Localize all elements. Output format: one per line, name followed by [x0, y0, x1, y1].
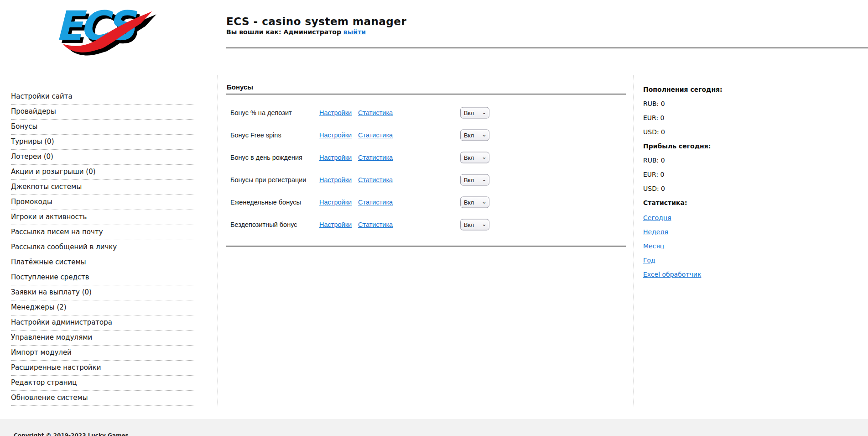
- stats-link-row: Сегодня: [643, 213, 862, 227]
- bonus-row: Бездепозитный бонус Настройки Статистика…: [226, 213, 626, 236]
- sidebar-item[interactable]: Импорт модулей: [11, 346, 195, 361]
- statistics-title: Статистика:: [643, 199, 862, 213]
- bonus-settings-link[interactable]: Настройки: [319, 199, 352, 206]
- stats-link[interactable]: Неделя: [643, 228, 668, 236]
- currency-value: EUR: 0: [643, 171, 862, 185]
- bonus-row: Бонус % на депозит Настройки Статистика …: [226, 101, 626, 124]
- currency-value: RUB: 0: [643, 157, 862, 171]
- sidebar-item[interactable]: Настройки администратора: [11, 315, 195, 331]
- logout-link[interactable]: выйти: [343, 28, 366, 36]
- statistics-links: Сегодня Неделя Месяц Год Excel обработчи…: [643, 213, 862, 284]
- bonus-statistics-link[interactable]: Статистика: [358, 221, 393, 228]
- profit-today-title: Прибыль сегодня:: [643, 142, 862, 157]
- section-divider-top: [226, 94, 626, 95]
- page: ECS ECS ECS - casino system manager Вы в…: [0, 0, 868, 436]
- sidebar-item[interactable]: Турниры (0): [11, 135, 195, 150]
- bonus-label: Бонусы при регистрации: [230, 176, 306, 184]
- sidebar-item[interactable]: Расширенные настройки: [11, 361, 195, 376]
- bonus-toggle-select[interactable]: Вкл: [460, 196, 489, 208]
- currency-value: USD: 0: [643, 185, 862, 199]
- sidebar-item[interactable]: Обновление системы: [11, 391, 195, 406]
- currency-value: RUB: 0: [643, 100, 862, 114]
- sidebar-item[interactable]: Рассылка сообщений в личку: [11, 240, 195, 255]
- right-column-divider: [634, 75, 634, 406]
- currency-value: EUR: 0: [643, 114, 862, 128]
- login-status-text: Вы вошли как: Администратор: [226, 28, 341, 36]
- bonus-toggle-select[interactable]: Вкл: [460, 107, 489, 118]
- section-title: Бонусы: [227, 83, 253, 91]
- footer: Copyright © 2019-2023 Lucky Games: [0, 419, 868, 436]
- deposits-today-values: RUB: 0EUR: 0USD: 0: [643, 100, 862, 142]
- bonus-settings-link[interactable]: Настройки: [319, 176, 352, 184]
- stats-link-row: Год: [643, 256, 862, 270]
- bonus-toggle: Вкл ⌄: [460, 174, 489, 185]
- stats-link-row: Месяц: [643, 242, 862, 256]
- bonus-statistics-link[interactable]: Статистика: [358, 199, 393, 206]
- bonus-label: Бонус Free spins: [230, 131, 281, 139]
- bonus-toggle: Вкл ⌄: [460, 107, 489, 118]
- bonus-row: Бонусы при регистрации Настройки Статист…: [226, 168, 626, 191]
- stats-link[interactable]: Год: [643, 257, 655, 264]
- bonus-toggle: Вкл ⌄: [460, 129, 489, 141]
- section-divider-bottom: [226, 246, 626, 247]
- left-column-divider: [218, 75, 218, 406]
- bonus-statistics-link[interactable]: Статистика: [358, 131, 393, 139]
- sidebar-item[interactable]: Промокоды: [11, 195, 195, 210]
- bonus-settings-link[interactable]: Настройки: [319, 154, 352, 161]
- copyright-text: Copyright © 2019-2023 Lucky Games: [14, 432, 129, 436]
- bonus-statistics-link[interactable]: Статистика: [358, 176, 393, 184]
- header-divider: [226, 47, 868, 48]
- bonus-settings-link[interactable]: Настройки: [319, 109, 352, 116]
- bonus-toggle: Вкл ⌄: [460, 219, 489, 230]
- sidebar-item[interactable]: Джекпоты системы: [11, 180, 195, 195]
- sidebar-menu: Настройки сайтаПровайдерыБонусыТурниры (…: [11, 89, 195, 406]
- currency-value: USD: 0: [643, 128, 862, 142]
- stats-link[interactable]: Excel обработчик: [643, 271, 701, 278]
- bonus-statistics-link[interactable]: Статистика: [358, 109, 393, 116]
- profit-today-values: RUB: 0EUR: 0USD: 0: [643, 157, 862, 199]
- bonus-row: Еженедельные бонусы Настройки Статистика…: [226, 191, 626, 213]
- bonus-toggle-select[interactable]: Вкл: [460, 152, 489, 163]
- sidebar-item[interactable]: Заявки на выплату (0): [11, 285, 195, 300]
- ecs-logo-image: ECS ECS: [51, 5, 161, 60]
- sidebar-item[interactable]: Платёжные системы: [11, 255, 195, 270]
- bonus-row: Бонус Free spins Настройки Статистика Вк…: [226, 124, 626, 146]
- login-status: Вы вошли как: Администратор выйти: [226, 28, 366, 36]
- stats-link[interactable]: Месяц: [643, 242, 664, 250]
- sidebar-item[interactable]: Менеджеры (2): [11, 300, 195, 315]
- ecs-logo: ECS ECS: [51, 5, 161, 60]
- sidebar-item[interactable]: Провайдеры: [11, 105, 195, 120]
- sidebar-item[interactable]: Рассылка писем на почту: [11, 225, 195, 240]
- bonus-label: Еженедельные бонусы: [230, 199, 301, 206]
- stats-link-row: Неделя: [643, 227, 862, 242]
- bonus-toggle-select[interactable]: Вкл: [460, 129, 489, 141]
- sidebar-item[interactable]: Лотереи (0): [11, 150, 195, 165]
- page-title: ECS - casino system manager: [226, 16, 406, 27]
- sidebar-item[interactable]: Акции и розыгрыши (0): [11, 165, 195, 180]
- bonus-toggle-select[interactable]: Вкл: [460, 219, 489, 230]
- bonus-label: Бонус в день рождения: [230, 154, 302, 161]
- bonus-row: Бонус в день рождения Настройки Статисти…: [226, 146, 626, 168]
- bonus-toggle-select[interactable]: Вкл: [460, 174, 489, 185]
- stats-link-row: Excel обработчик: [643, 270, 862, 284]
- bonus-statistics-link[interactable]: Статистика: [358, 154, 393, 161]
- sidebar-item[interactable]: Игроки и активность: [11, 210, 195, 225]
- sidebar-item[interactable]: Управление модулями: [11, 331, 195, 346]
- sidebar-item[interactable]: Настройки сайта: [11, 89, 195, 105]
- bonus-label: Бездепозитный бонус: [230, 221, 297, 228]
- sidebar-item[interactable]: Бонусы: [11, 120, 195, 135]
- bonus-settings-link[interactable]: Настройки: [319, 131, 352, 139]
- sidebar-item[interactable]: Поступление средств: [11, 270, 195, 285]
- sidebar-item[interactable]: Редактор страниц: [11, 376, 195, 391]
- summary-panel: Пополнения сегодня: RUB: 0EUR: 0USD: 0 П…: [643, 86, 862, 284]
- bonus-label: Бонус % на депозит: [230, 109, 292, 116]
- bonus-toggle: Вкл ⌄: [460, 152, 489, 163]
- deposits-today-title: Пополнения сегодня:: [643, 86, 862, 100]
- bonus-list: Бонус % на депозит Настройки Статистика …: [226, 101, 626, 236]
- stats-link[interactable]: Сегодня: [643, 214, 671, 221]
- bonus-toggle: Вкл ⌄: [460, 196, 489, 208]
- bonus-settings-link[interactable]: Настройки: [319, 221, 352, 228]
